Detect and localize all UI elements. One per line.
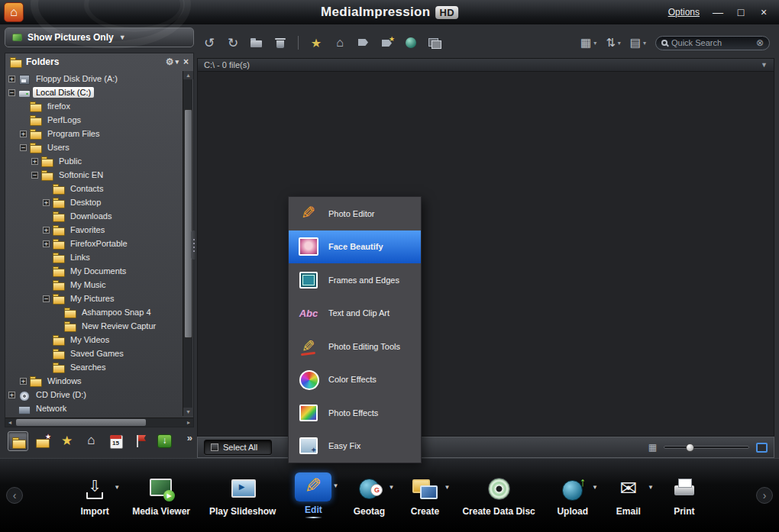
large-thumbnails-icon[interactable] — [756, 443, 768, 453]
toolbar-item-geotag[interactable]: ▼Geotag — [351, 474, 387, 517]
path-bar[interactable]: C:\ - 0 file(s) ▼ — [197, 58, 774, 72]
media-filter-dropdown[interactable]: Show Pictures Only ▼ — [5, 27, 194, 47]
tree-item-ashampoo-snap-4[interactable]: Ashampoo Snap 4 — [7, 305, 181, 319]
edit-menu-item-frames-and-edges[interactable]: Frames and Edges — [289, 263, 421, 297]
tree-item-firefoxportable[interactable]: +FirefoxPortable — [7, 237, 181, 250]
tree-item-contacts[interactable]: Contacts — [7, 182, 181, 195]
collapse-toggle-icon[interactable]: − — [43, 295, 50, 302]
scrollbar-thumb[interactable] — [16, 419, 146, 426]
tree-item-firefox[interactable]: firefox — [7, 99, 181, 113]
tree-item-windows[interactable]: +Windows — [7, 374, 181, 388]
folders-view-icon[interactable] — [8, 431, 28, 451]
expand-toggle-icon[interactable]: + — [20, 131, 27, 137]
toolbar-scroll-left-button[interactable]: ‹ — [6, 487, 23, 504]
expand-toggle-icon[interactable]: + — [43, 240, 50, 247]
sort-button[interactable]: ⇅▾ — [606, 36, 621, 50]
toolbar-item-email[interactable]: ▼Email — [610, 474, 647, 517]
dropdown-arrow-icon[interactable]: ▼ — [388, 484, 394, 491]
edit-menu-item-color-effects[interactable]: Color Effects — [289, 363, 421, 397]
zoom-slider[interactable] — [664, 446, 749, 449]
tree-item-my-videos[interactable]: My Videos — [7, 333, 181, 347]
close-panel-button[interactable]: × — [183, 56, 189, 67]
clear-search-icon[interactable]: ⊗ — [756, 37, 764, 48]
search-input[interactable] — [671, 38, 752, 47]
close-button[interactable]: × — [758, 7, 770, 18]
toolbar-item-play-slideshow[interactable]: Play Slideshow — [209, 474, 276, 517]
toolbar-scroll-right-button[interactable]: › — [756, 487, 773, 504]
tree-item-favorites[interactable]: +Favorites — [7, 223, 181, 237]
stack-photos-icon[interactable] — [427, 35, 442, 50]
select-all-checkbox[interactable] — [211, 443, 218, 451]
dropdown-arrow-icon[interactable]: ▼ — [114, 484, 120, 491]
tree-item-perflogs[interactable]: PerfLogs — [7, 113, 181, 127]
expand-toggle-icon[interactable]: + — [43, 199, 50, 206]
scroll-up-icon[interactable]: ▲ — [183, 71, 193, 79]
tree-item-my-music[interactable]: My Music — [7, 278, 181, 292]
rotate-right-icon[interactable] — [225, 35, 241, 50]
dropdown-arrow-icon[interactable]: ▼ — [444, 484, 450, 491]
sidebar-splitter-handle[interactable] — [191, 231, 196, 260]
folder-options-button[interactable]: ⚙▾ — [166, 56, 179, 67]
scrollbar-thumb[interactable] — [184, 109, 192, 338]
toolbar-item-create-data-disc[interactable]: Create Data Disc — [462, 474, 535, 517]
edit-menu-item-face-beautify[interactable]: Face Beautify — [289, 231, 421, 264]
collapse-toggle-icon[interactable]: − — [8, 89, 15, 96]
import-status-icon[interactable] — [154, 431, 175, 451]
dropdown-arrow-icon[interactable]: ▼ — [592, 484, 598, 491]
home-button[interactable]: ⌂ — [4, 2, 24, 22]
expand-toggle-icon[interactable]: + — [31, 158, 38, 165]
tree-item-desktop[interactable]: +Desktop — [7, 195, 181, 209]
edit-menu-item-photo-editor[interactable]: Photo Editor — [289, 197, 421, 231]
scroll-left-icon[interactable]: ◂ — [5, 418, 15, 427]
ratings-view-icon[interactable] — [57, 431, 77, 451]
tag-icon[interactable] — [356, 35, 371, 50]
tree-item-my-pictures[interactable]: −My Pictures — [7, 292, 181, 305]
delete-icon[interactable] — [273, 35, 288, 50]
dropdown-arrow-icon[interactable]: ▼ — [332, 482, 338, 489]
move-to-folder-icon[interactable] — [249, 35, 264, 50]
home-tag-icon[interactable] — [332, 35, 347, 50]
tree-item-public[interactable]: +Public — [7, 154, 181, 168]
tree-item-softonic-en[interactable]: −Softonic EN — [7, 168, 181, 182]
scroll-down-icon[interactable]: ▼ — [183, 408, 193, 416]
toolbar-item-create[interactable]: ▼Create — [406, 474, 443, 517]
toolbar-item-print[interactable]: Print — [666, 474, 703, 517]
details-view-button[interactable]: ▤▾ — [630, 36, 646, 50]
edit-menu-item-text-and-clip-art[interactable]: Text and Clip Art — [289, 297, 421, 330]
edit-menu-item-easy-fix[interactable]: Easy Fix — [289, 430, 421, 463]
collapse-toggle-icon[interactable]: − — [31, 172, 38, 179]
tree-item-saved-games[interactable]: Saved Games — [7, 347, 181, 360]
toolbar-item-import[interactable]: ▼Import — [76, 474, 113, 517]
scroll-right-icon[interactable]: ▸ — [184, 418, 193, 427]
tree-item-users[interactable]: −Users — [7, 140, 181, 154]
favorite-folders-icon[interactable] — [32, 431, 53, 451]
tree-item-network[interactable]: Network — [7, 401, 181, 415]
edit-menu-item-photo-effects[interactable]: Photo Effects — [289, 396, 421, 430]
tree-item-program-files[interactable]: +Program Files — [7, 127, 181, 140]
more-views-button[interactable]: » — [187, 432, 192, 443]
horizontal-scrollbar[interactable]: ◂ ▸ — [5, 418, 193, 427]
toolbar-item-upload[interactable]: ▼Upload — [554, 474, 591, 517]
rotate-left-icon[interactable] — [202, 35, 217, 50]
tags-view-icon[interactable] — [130, 431, 150, 451]
zoom-slider-thumb[interactable] — [686, 443, 694, 452]
small-thumbnails-icon[interactable]: ▦ — [648, 442, 657, 453]
minimize-button[interactable]: — — [712, 7, 724, 18]
toolbar-item-edit[interactable]: ▼Edit — [295, 472, 331, 518]
tag-star-icon[interactable] — [380, 35, 395, 50]
tree-item-links[interactable]: Links — [7, 250, 181, 264]
maximize-button[interactable]: □ — [735, 7, 747, 18]
rating-star-icon[interactable] — [309, 35, 324, 50]
expand-toggle-icon[interactable]: + — [8, 392, 15, 398]
calendar-view-icon[interactable]: 15 — [105, 431, 126, 451]
tree-item-searches[interactable]: Searches — [7, 360, 181, 374]
tree-item-cd-drive-d[interactable]: +CD Drive (D:) — [7, 388, 181, 401]
face-tag-icon[interactable] — [403, 35, 419, 50]
tree-item-downloads[interactable]: Downloads — [7, 209, 181, 223]
chevron-down-icon[interactable]: ▼ — [761, 61, 768, 69]
expand-toggle-icon[interactable]: + — [20, 378, 27, 385]
toolbar-item-media-viewer[interactable]: Media Viewer — [132, 474, 190, 517]
tree-item-local-disk-c[interactable]: −Local Disk (C:) — [7, 85, 181, 99]
search-box[interactable]: ⊗ — [655, 36, 770, 50]
expand-toggle-icon[interactable]: + — [8, 76, 15, 82]
